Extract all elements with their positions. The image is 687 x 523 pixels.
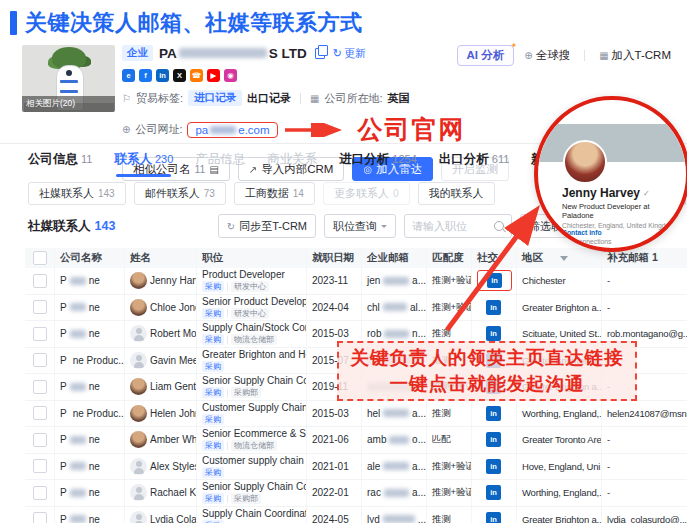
related-images-label[interactable]: 相关图片(20) — [22, 96, 115, 112]
avatar — [130, 405, 147, 422]
redacted-text — [383, 515, 415, 523]
location-value: 英国 — [388, 91, 410, 106]
row-check-cell — [25, 348, 55, 374]
page: 关键决策人邮箱、社媒等联系方式 相关图片(20) 企业 PA S LTD ↻ 更… — [0, 0, 687, 523]
annotation-callout: 关键负责人的领英主页直达链接 一键点击就能发起沟通 — [337, 341, 637, 401]
refresh-icon: ↻ — [333, 47, 342, 60]
row-checkbox[interactable] — [33, 327, 47, 341]
contact-info-link[interactable]: Contact info — [562, 229, 602, 236]
subtab-2[interactable]: 工商数据14 — [234, 182, 315, 205]
row-check-cell — [25, 268, 55, 294]
cell-position: Customer supply chain coordinator采购 — [197, 454, 307, 480]
filter-icon[interactable] — [560, 256, 568, 261]
refresh-button[interactable]: ↻ 更新 — [333, 46, 366, 61]
linkedin-icon[interactable]: in — [486, 432, 501, 447]
linkedin-icon[interactable]: in — [486, 459, 501, 474]
cell-company: Pne — [55, 321, 125, 347]
cell-name: Robert Monta... — [125, 321, 197, 347]
table-row: PneAlex StylesCustomer supply chain coor… — [25, 454, 687, 481]
cell-email: ambo... — [362, 427, 427, 453]
cell-email: chlal... — [362, 295, 427, 321]
global-search-button[interactable]: ⊕ 全球搜 — [524, 48, 570, 63]
phone-icon[interactable]: ☎ — [190, 69, 203, 82]
row-checkbox[interactable] — [33, 274, 47, 288]
row-check-cell — [25, 480, 55, 506]
tab-3[interactable]: 商业关系 — [267, 151, 317, 177]
avatar — [130, 299, 147, 316]
row-checkbox[interactable] — [33, 512, 47, 523]
linkedin-name: Jenny Harvey — [562, 186, 640, 200]
linkedin-icon[interactable]: in — [486, 326, 501, 341]
facebook-icon[interactable]: f — [139, 69, 152, 82]
linkedin-icon[interactable]: in — [486, 512, 501, 523]
cell-start-date: 2023-11 — [307, 268, 362, 294]
row-checkbox[interactable] — [33, 380, 47, 394]
row-checkbox[interactable] — [33, 486, 47, 500]
avatar — [130, 511, 147, 523]
linkedin-icon[interactable]: in — [487, 273, 502, 288]
company-photo[interactable]: 相关图片(20) — [22, 45, 115, 112]
column-header-4: 企业邮箱 — [362, 248, 427, 268]
browser-icon[interactable]: e — [122, 69, 135, 82]
trade-tags-row: ⚐ 贸易标签: 进口记录 出口记录 ▦ 公司所在地: 英国 — [122, 90, 509, 106]
row-checkbox[interactable] — [33, 433, 47, 447]
cell-start-date: 2022-01 — [307, 480, 362, 506]
x-icon[interactable]: X — [173, 69, 186, 82]
subtab-4[interactable]: 我的联系人 — [418, 182, 495, 205]
cell-social: in — [472, 427, 517, 453]
table-row: PneRachael KellySenior Supply Chain Coor… — [25, 480, 687, 507]
row-checkbox[interactable] — [33, 406, 47, 420]
column-header-1: 姓名 — [125, 248, 197, 268]
table-row: PneAmber WhittySenior Ecommerce & Supply… — [25, 427, 687, 454]
sparkle-icon: ✦ — [511, 41, 518, 50]
redacted-text — [384, 489, 409, 497]
linkedin-icon[interactable]: in — [486, 300, 501, 315]
redacted-text — [383, 409, 409, 417]
website-link[interactable]: pa e.com — [195, 124, 269, 136]
cell-match: 推测 — [427, 401, 472, 427]
join-tcrm-button[interactable]: ▦ 加入T-CRM — [599, 48, 671, 63]
cell-position: Product Developer采购研发中心 — [197, 268, 307, 294]
import-records-pill[interactable]: 进口记录 — [188, 90, 242, 106]
chevron-down-icon — [381, 225, 387, 231]
position-search-input[interactable]: 请输入职位 — [404, 214, 512, 238]
ai-analyze-button[interactable]: AI 分析 ✦ — [457, 45, 515, 66]
tab-1[interactable]: 联系人230 — [114, 151, 173, 177]
search-icon[interactable] — [494, 221, 504, 231]
cell-extra-email: - — [602, 480, 687, 506]
copy-icon[interactable] — [315, 48, 325, 59]
dept-tag: 研发中心 — [231, 308, 269, 319]
row-checkbox[interactable] — [33, 300, 47, 314]
subtab-1[interactable]: 邮件联系人73 — [134, 182, 226, 205]
row-checkbox[interactable] — [33, 459, 47, 473]
cell-area: Greater Brighton a... — [517, 507, 602, 523]
annotation-line1: 关键负责人的领英主页直达链接 — [351, 345, 624, 371]
tab-0[interactable]: 公司信息11 — [28, 151, 92, 177]
role-tag: 采购 — [202, 467, 224, 478]
avatar — [130, 458, 147, 475]
globe-icon: ⊕ — [122, 124, 130, 135]
tab-5[interactable]: 出口分析611 — [439, 151, 510, 177]
redacted-text — [389, 436, 409, 444]
row-checkbox[interactable] — [33, 353, 47, 367]
subtab-0[interactable]: 社媒联系人143 — [28, 182, 126, 205]
role-tag: 采购 — [202, 334, 224, 345]
cell-position: Senior Product Developer采购研发中心 — [197, 295, 307, 321]
subtab-3[interactable]: 更多联系人0 — [323, 182, 410, 205]
instagram-icon[interactable]: ◉ — [224, 69, 237, 82]
position-query-dropdown[interactable]: 职位查询 — [324, 214, 396, 238]
cell-email: alea... — [362, 454, 427, 480]
tab-4[interactable]: 进口分析1254 — [339, 151, 416, 177]
cell-area: Greater Toronto Area — [517, 427, 602, 453]
select-all-checkbox[interactable] — [33, 251, 47, 265]
tab-2[interactable]: 产品信息 — [195, 151, 245, 177]
linkedin-avatar — [563, 140, 607, 184]
export-records-pill[interactable]: 出口记录 — [247, 91, 291, 106]
table-row: PneLydia ColasurdoSupply Chain Coordinat… — [25, 507, 687, 523]
sync-tcrm-button[interactable]: ↻ 同步至T-CRM — [218, 214, 316, 238]
column-header-6: 社交 — [472, 248, 517, 268]
linkedin-icon[interactable]: in — [156, 69, 169, 82]
linkedin-icon[interactable]: in — [486, 406, 501, 421]
linkedin-icon[interactable]: in — [486, 485, 501, 500]
youtube-icon[interactable]: ▶ — [207, 69, 220, 82]
